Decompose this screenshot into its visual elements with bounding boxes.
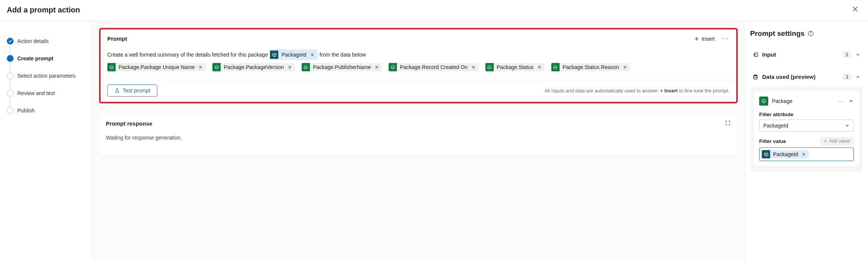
step-label: Select action parameters: [17, 73, 76, 79]
package-icon: [270, 51, 278, 59]
filter-value-chip[interactable]: PackageId ✕: [762, 150, 809, 158]
data-chip[interactable]: Package.Status ✕: [485, 63, 545, 71]
svg-line-5: [273, 54, 275, 55]
dot-icon: [7, 90, 14, 97]
page-title: Add a prompt action: [7, 6, 80, 14]
add-value-label: Add value: [829, 138, 850, 144]
expand-icon[interactable]: [725, 120, 731, 127]
chip-remove-icon[interactable]: ✕: [198, 64, 206, 70]
package-icon: [762, 150, 770, 158]
entity-icon: [212, 63, 221, 71]
filter-value-field[interactable]: PackageId ✕: [759, 147, 854, 161]
entity-icon: [302, 63, 310, 71]
input-count: 1: [843, 51, 851, 58]
test-prompt-button[interactable]: Test prompt: [107, 84, 157, 97]
chevron-up-icon[interactable]: [848, 98, 854, 104]
chip-label: Package.Record Created On: [397, 63, 471, 71]
close-icon[interactable]: [849, 5, 861, 15]
test-prompt-label: Test prompt: [123, 88, 150, 94]
input-section-label: Input: [762, 51, 839, 58]
entity-icon: [107, 63, 116, 71]
chip-remove-icon[interactable]: ✕: [287, 64, 295, 70]
data-chip[interactable]: Package.PackageVersion ✕: [212, 63, 295, 71]
entity-icon: [485, 63, 494, 71]
filter-value-label: Filter value: [759, 138, 786, 144]
svg-line-23: [764, 154, 766, 154]
chip-label: Package.Status Reason: [560, 63, 622, 71]
settings-title: Prompt settings: [750, 29, 805, 38]
data-used-section-header[interactable]: Data used (preview) 1: [750, 69, 863, 84]
data-chip[interactable]: Package.Package Unique Name ✕: [107, 63, 206, 71]
prompt-card-title: Prompt: [107, 35, 127, 42]
prompt-hint: All inputs and data are automatically us…: [545, 88, 729, 94]
chip-label: Package.Status: [494, 63, 537, 71]
entity-icon: [759, 97, 768, 106]
chip-remove-icon[interactable]: ✕: [471, 64, 479, 70]
prompt-text: from the data below: [320, 50, 366, 59]
prompt-inline-chip[interactable]: PackageId ✕: [270, 49, 317, 60]
prompt-card: Prompt Insert ··· Create a well formed s…: [99, 28, 738, 103]
response-body: Waiting for response generation.: [99, 130, 738, 156]
entity-icon: [551, 63, 560, 71]
step-label: Create prompt: [17, 55, 53, 61]
data-used-count: 1: [843, 74, 851, 80]
entity-name: Package: [772, 98, 834, 104]
chip-label: Package.PackageVersion: [221, 63, 287, 71]
chip-remove-icon[interactable]: ✕: [537, 64, 545, 70]
data-chip[interactable]: Package.PublisherName ✕: [302, 63, 382, 71]
plus-icon: [694, 36, 699, 41]
data-icon: [752, 74, 758, 80]
more-icon[interactable]: ···: [722, 35, 729, 43]
dot-icon: [7, 107, 14, 114]
chevron-up-icon: [855, 74, 860, 80]
insert-label: Insert: [702, 36, 715, 42]
chip-label: Package.Package Unique Name: [116, 63, 198, 71]
chip-remove-icon[interactable]: ✕: [310, 52, 317, 58]
input-icon: [752, 52, 758, 58]
wizard-steps: Action details Create prompt Select acti…: [0, 21, 92, 261]
step-publish[interactable]: Publish: [4, 102, 92, 119]
info-icon[interactable]: [808, 31, 814, 37]
insert-button[interactable]: Insert: [694, 36, 715, 42]
plus-icon: [824, 139, 827, 143]
filter-attribute-label: Filter attribute: [759, 112, 854, 117]
response-card-title: Prompt response: [106, 120, 152, 127]
dot-icon: [7, 72, 14, 79]
response-card: Prompt response Waiting for response gen…: [99, 115, 738, 156]
add-value-button[interactable]: Add value: [820, 137, 854, 145]
chip-label: Package.PublisherName: [310, 63, 374, 71]
prompt-text: Create a well formed summary of the deta…: [107, 50, 268, 59]
prompt-editor[interactable]: Create a well formed summary of the deta…: [101, 46, 736, 80]
step-label: Action details: [17, 38, 49, 44]
svg-point-18: [754, 75, 757, 76]
data-used-label: Data used (preview): [762, 74, 839, 80]
step-create-prompt[interactable]: Create prompt: [4, 50, 92, 67]
chip-remove-icon[interactable]: ✕: [374, 64, 382, 70]
prompt-settings-panel: Prompt settings Input 1 Data used (previ…: [744, 21, 868, 261]
filter-attribute-select[interactable]: PackageId: [759, 120, 854, 132]
svg-point-16: [810, 32, 811, 32]
entity-more-icon[interactable]: ···: [838, 98, 845, 104]
svg-line-6: [274, 54, 276, 55]
chip-label: PackageId: [770, 150, 801, 158]
chip-remove-icon[interactable]: ✕: [801, 152, 809, 157]
flask-icon: [114, 88, 120, 93]
filter-attribute-value: PackageId: [763, 123, 788, 129]
entity-icon: [389, 63, 397, 71]
step-select-parameters[interactable]: Select action parameters: [4, 67, 92, 84]
data-used-body: Package ··· Filter attribute PackageId F…: [750, 86, 863, 172]
chevron-down-icon: [845, 123, 850, 128]
step-label: Review and test: [17, 90, 55, 96]
svg-line-24: [766, 154, 768, 154]
data-chip[interactable]: Package.Record Created On ✕: [389, 63, 479, 71]
dot-icon: [7, 55, 14, 62]
input-section-header[interactable]: Input 1: [750, 47, 863, 62]
chip-remove-icon[interactable]: ✕: [622, 64, 630, 70]
data-chip[interactable]: Package.Status Reason ✕: [551, 63, 630, 71]
step-action-details[interactable]: Action details: [4, 32, 92, 50]
chevron-down-icon: [855, 52, 860, 57]
step-label: Publish: [17, 107, 35, 114]
chip-label: PackageId: [278, 49, 309, 60]
step-review-test[interactable]: Review and test: [4, 84, 92, 102]
checkmark-icon: [7, 38, 14, 45]
